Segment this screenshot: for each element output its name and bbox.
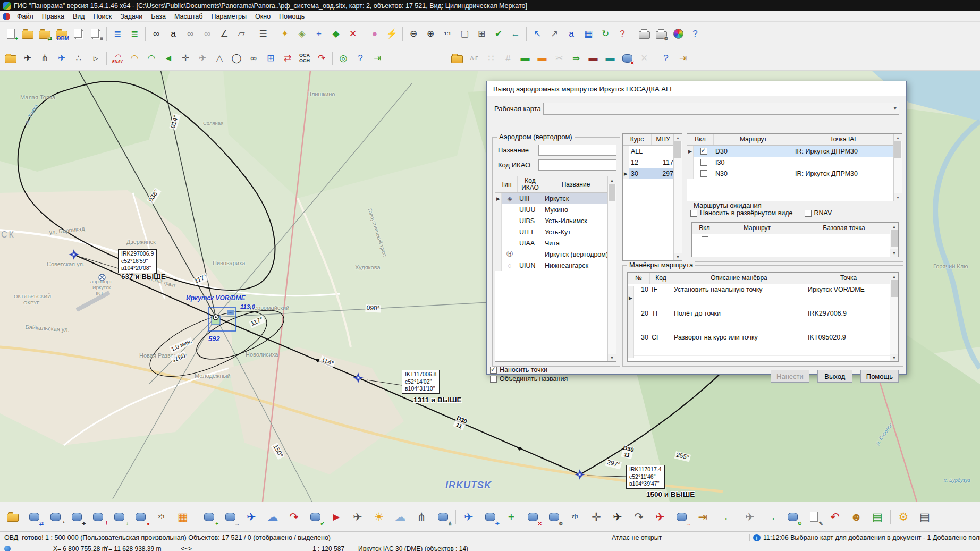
draw-points-checkbox[interactable]: Наносить точки bbox=[490, 366, 568, 374]
vertical-scrollbar[interactable]: ▲▼ bbox=[890, 223, 898, 257]
checkbox[interactable] bbox=[702, 236, 708, 243]
select-marker-icon[interactable]: ◈ bbox=[293, 26, 310, 43]
scroll-up-button[interactable]: ▲ bbox=[674, 134, 682, 141]
route-cross-icon[interactable]: ✛ bbox=[586, 506, 607, 528]
column-settings-icon[interactable]: ∷ bbox=[483, 50, 500, 67]
reverse-procedure-icon[interactable]: ⇄ bbox=[279, 50, 296, 67]
color-settings-icon[interactable] bbox=[670, 26, 687, 43]
vertical-scrollbar[interactable]: ▲▼ bbox=[893, 134, 902, 201]
menu-item-3[interactable]: Вид bbox=[69, 12, 89, 21]
aerodrome-row[interactable]: ⒽИркутск (вертодром) bbox=[495, 249, 608, 260]
orange-panel-icon[interactable]: ▦ bbox=[172, 506, 193, 528]
cut-route-icon[interactable]: ✂ bbox=[551, 50, 568, 67]
scroll-up-button[interactable]: ▲ bbox=[890, 223, 898, 230]
measure-grid-icon[interactable]: # bbox=[500, 50, 517, 67]
route-curve-icon[interactable]: ↷ bbox=[628, 506, 649, 528]
expanded-view-checkbox[interactable]: Наносить в развёрнутом виде bbox=[690, 209, 793, 217]
open-folder-convert-icon[interactable]: ⇄ bbox=[36, 26, 53, 43]
db-copy-icon[interactable]: + bbox=[198, 506, 219, 528]
route-network-icon[interactable]: ∴ bbox=[70, 50, 87, 67]
arc-segment-green-icon[interactable]: ◠ bbox=[143, 50, 160, 67]
route-row[interactable]: N30IR: Иркутск ДПРМ30 bbox=[687, 168, 894, 179]
dark-capsule-icon[interactable]: ▬ bbox=[585, 50, 602, 67]
checkbox[interactable] bbox=[700, 159, 707, 166]
document-edit-icon[interactable]: ✎ bbox=[803, 506, 824, 528]
new-document-icon[interactable]: + bbox=[2, 26, 19, 43]
db-alert-icon[interactable]: ! bbox=[87, 506, 108, 528]
letters-range-icon[interactable]: А-Г bbox=[466, 50, 483, 67]
weather-sun-icon[interactable]: ☀ bbox=[368, 506, 390, 528]
arc-segment-yellow-icon[interactable]: ◠ bbox=[126, 50, 143, 67]
menu-item-2[interactable]: Правка bbox=[38, 12, 69, 21]
menu-item-4[interactable]: Поиск bbox=[89, 12, 116, 21]
aircraft-data-icon[interactable]: ✈ bbox=[19, 50, 36, 67]
vertical-scrollbar[interactable]: ▲▼ bbox=[673, 134, 682, 260]
aerodrome-row[interactable]: UITTУсть-Кут bbox=[495, 226, 608, 238]
aerodrome-row[interactable]: ▶◈UIIIИркутск bbox=[495, 193, 608, 204]
db-satellite-icon[interactable]: * bbox=[45, 506, 66, 528]
open-aero-folder-icon[interactable] bbox=[2, 50, 19, 67]
plane-remove-icon[interactable]: ✈ bbox=[649, 506, 671, 528]
layer-list-icon[interactable]: ≣ bbox=[109, 26, 126, 43]
search-selected-icon[interactable]: ∞ bbox=[199, 26, 216, 43]
globe-refresh-icon[interactable]: ↻ bbox=[597, 26, 614, 43]
course-row[interactable]: ▶30297 bbox=[623, 168, 674, 179]
aerodrome-row[interactable]: ◌UIUNНижнеангарск bbox=[495, 260, 608, 271]
course-row[interactable]: 12117 bbox=[623, 157, 674, 168]
db-gear-icon[interactable]: ⚙ bbox=[543, 506, 564, 528]
search-by-route-icon[interactable]: ∞ bbox=[182, 26, 199, 43]
leg-dotted-plane-icon[interactable]: ✈ bbox=[194, 50, 211, 67]
scroll-down-button[interactable]: ▼ bbox=[608, 354, 616, 361]
scroll-down-button[interactable]: ▼ bbox=[890, 249, 898, 257]
course-table[interactable]: КурсМПУALL12117▶30297▲▼ bbox=[622, 133, 682, 261]
leg-green-icon[interactable]: ◄ bbox=[160, 50, 177, 67]
weather-cloud-icon[interactable]: ☁ bbox=[390, 506, 411, 528]
vertical-scrollbar[interactable]: ▲▼ bbox=[890, 273, 898, 361]
plane-gray-icon[interactable]: ✈ bbox=[739, 506, 761, 528]
monitor-list-icon[interactable]: ▤ bbox=[867, 506, 888, 528]
racetrack-hold-icon[interactable]: ◯ bbox=[228, 50, 245, 67]
quick-search-icon[interactable]: ⚡ bbox=[383, 26, 400, 43]
help-button[interactable]: Помощь bbox=[860, 370, 899, 383]
search-text-icon[interactable]: a bbox=[165, 26, 182, 43]
checkbox[interactable] bbox=[490, 376, 497, 383]
teal-capsule-icon[interactable]: ▬ bbox=[602, 50, 619, 67]
aerodrome-name-input[interactable] bbox=[538, 145, 616, 156]
maneuver-row[interactable]: ▶10IFУстановить начальную точкуИркутск V… bbox=[628, 284, 890, 308]
course-row[interactable]: ALL bbox=[623, 146, 674, 157]
plane-select-icon[interactable]: ✈ bbox=[607, 506, 628, 528]
route-red-icon[interactable]: ► bbox=[326, 506, 347, 528]
orange-capsule-icon[interactable]: ▬ bbox=[534, 50, 551, 67]
aerodrome-row[interactable]: UIAAЧита bbox=[495, 238, 608, 249]
cursor-to-map-icon[interactable]: ↖ bbox=[529, 26, 546, 43]
print-map-icon[interactable] bbox=[636, 26, 653, 43]
db-exchange-icon[interactable]: ⇄ bbox=[23, 506, 45, 528]
grid-procedure-icon[interactable]: ⊞ bbox=[262, 50, 279, 67]
cloud-exchange-icon[interactable]: ☁ bbox=[262, 506, 283, 528]
task-list-icon[interactable]: ▤ bbox=[914, 506, 935, 528]
exit-door-orange-icon[interactable]: ⇥ bbox=[692, 506, 713, 528]
aerodrome-row[interactable]: UIUUМухино bbox=[495, 204, 608, 215]
working-map-combo[interactable]: ▾ bbox=[543, 103, 899, 115]
rnav-procedures-icon[interactable] bbox=[109, 50, 126, 67]
checkbox[interactable] bbox=[700, 148, 707, 155]
calendar-2-1-icon[interactable]: 2¦1 bbox=[151, 506, 172, 528]
maneuver-row[interactable]: 20TFПолёт до точкиIRK297006.9 bbox=[628, 308, 890, 332]
holding-table[interactable]: ВклМаршрутБазовая точка▲▼ bbox=[691, 222, 899, 257]
flight-procedures-icon[interactable]: ✈ bbox=[53, 50, 70, 67]
scroll-down-button[interactable]: ▼ bbox=[890, 354, 898, 361]
search-binoculars-icon[interactable]: ∞ bbox=[148, 26, 165, 43]
module-exit-icon[interactable]: ⇥ bbox=[369, 50, 386, 67]
db-delete-icon[interactable]: ✕ bbox=[522, 506, 543, 528]
add-point-icon[interactable]: + bbox=[310, 26, 327, 43]
exit-secondary-icon[interactable]: ⇥ bbox=[674, 50, 691, 67]
context-help-icon[interactable]: ? bbox=[687, 26, 704, 43]
db-remove-icon[interactable]: ✕ bbox=[619, 50, 636, 67]
checkbox[interactable] bbox=[700, 170, 707, 177]
select-polygon-icon[interactable]: ▱ bbox=[233, 26, 250, 43]
holding-row[interactable] bbox=[692, 234, 890, 245]
calendar-periods-icon[interactable]: 2|1 bbox=[564, 506, 586, 528]
open-route-folder-icon[interactable] bbox=[449, 50, 466, 67]
route-to-db-icon[interactable]: ↷ bbox=[283, 506, 305, 528]
scroll-down-button[interactable]: ▼ bbox=[894, 193, 902, 201]
